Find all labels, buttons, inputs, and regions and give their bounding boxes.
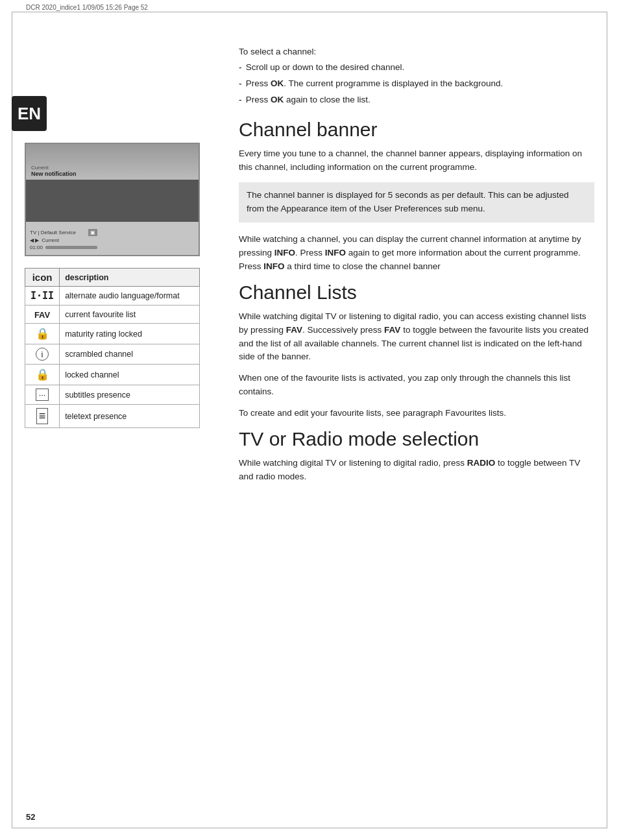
channel-banner-para1: Every time you tune to a channel, the ch… xyxy=(239,147,594,174)
channel-banner-section: Channel banner Every time you tune to a … xyxy=(239,119,594,273)
icon-teletext: ≡ xyxy=(25,405,60,428)
right-column: To select a channel: - Scroll up or down… xyxy=(239,45,594,492)
border-left xyxy=(12,12,12,828)
table-row: 🔒 maturity rating locked xyxy=(25,324,200,344)
border-right xyxy=(607,12,607,828)
channel-banner-para2: While watching a channel, you can displa… xyxy=(239,233,594,274)
tv-screen-mockup: Current New notification TV | Default Se… xyxy=(25,143,200,256)
bullet-text-2: Press OK. The current programme is displ… xyxy=(246,77,504,91)
desc-fav: current favourite list xyxy=(60,306,200,324)
icon-locked: 🔒 xyxy=(25,365,60,385)
tv-screen-top: Current New notification xyxy=(26,144,199,180)
subtitles-icon: ··· xyxy=(36,389,49,401)
channel-lists-title: Channel Lists xyxy=(239,282,594,304)
desc-scrambled: scrambled channel xyxy=(60,344,200,365)
icon-description-table: icon description I·II alternate audio la… xyxy=(25,268,200,428)
tv-bottom-row1: TV | Default Service ▣ xyxy=(30,229,97,236)
bullet-2: - Press OK. The current programme is dis… xyxy=(239,77,594,91)
page-number: 52 xyxy=(26,812,35,822)
desc-maturity: maturity rating locked xyxy=(60,324,200,344)
table-header-desc: description xyxy=(60,269,200,287)
table-row: ≡ teletext presence xyxy=(25,405,200,428)
table-row: i scrambled channel xyxy=(25,344,200,365)
locked-icon: 🔒 xyxy=(36,368,49,381)
desc-subtitles: subtitles presence xyxy=(60,385,200,405)
tv-radio-para1: While watching digital TV or listening t… xyxy=(239,457,594,484)
teletext-icon: ≡ xyxy=(36,408,49,424)
channel-banner-title: Channel banner xyxy=(239,119,594,141)
border-bottom xyxy=(12,828,607,828)
table-row: 🔒 locked channel xyxy=(25,365,200,385)
desc-locked: locked channel xyxy=(60,365,200,385)
icon-fav: FAV xyxy=(25,306,60,324)
table-row: I·II alternate audio language/format xyxy=(25,287,200,306)
desc-teletext: teletext presence xyxy=(60,405,200,428)
tv-bottom-row3: 01:00 xyxy=(30,245,97,250)
bullet-3: - Press OK again to close the list. xyxy=(239,93,594,107)
table-header-icon: icon xyxy=(25,269,60,287)
icon-audio: I·II xyxy=(25,287,60,306)
tv-label-bold: New notification xyxy=(31,171,193,177)
channel-lists-para3: To create and edit your favourite lists,… xyxy=(239,407,594,420)
intro-label: To select a channel: xyxy=(239,45,594,58)
tv-radio-section: TV or Radio mode selection While watchin… xyxy=(239,428,594,484)
tv-icon-small: ▣ xyxy=(88,229,97,236)
tv-time: 01:00 xyxy=(30,245,43,250)
dash-3: - xyxy=(239,93,242,107)
tv-bottom-bar: TV | Default Service ▣ ◀ ▶ Current 01:00 xyxy=(26,222,199,256)
maturity-lock-icon: 🔒 xyxy=(36,328,49,340)
border-top xyxy=(12,12,607,12)
desc-audio: alternate audio language/format xyxy=(60,287,200,306)
en-badge: EN xyxy=(12,96,47,131)
intro-section: To select a channel: - Scroll up or down… xyxy=(239,45,594,107)
table-row: FAV current favourite list xyxy=(25,306,200,324)
dash-1: - xyxy=(239,61,242,75)
bullet-text-3: Press OK again to close the list. xyxy=(246,93,370,107)
note-box: The channel banner is displayed for 5 se… xyxy=(239,182,594,222)
left-column: Current New notification TV | Default Se… xyxy=(25,143,226,428)
tv-bottom-row2: ◀ ▶ Current xyxy=(30,237,97,243)
audio-icon: I·II xyxy=(30,290,54,302)
tv-current-label: Current xyxy=(42,237,59,243)
tv-bottom-left: TV | Default Service ▣ ◀ ▶ Current 01:00 xyxy=(30,229,97,250)
tv-radio-title: TV or Radio mode selection xyxy=(239,428,594,450)
icon-subtitles: ··· xyxy=(25,385,60,405)
channel-lists-para2: When one of the favourite lists is activ… xyxy=(239,372,594,399)
icon-maturity-lock: 🔒 xyxy=(25,324,60,344)
tv-progress-bar xyxy=(45,246,97,249)
tv-screen-dark xyxy=(26,180,199,222)
icon-scrambled: i xyxy=(25,344,60,365)
bullet-text-1: Scroll up or down to the desired channel… xyxy=(246,61,405,75)
table-row: ··· subtitles presence xyxy=(25,385,200,405)
tv-service-label: TV | Default Service xyxy=(30,230,76,235)
bullet-1: - Scroll up or down to the desired chann… xyxy=(239,61,594,75)
channel-lists-section: Channel Lists While watching digital TV … xyxy=(239,282,594,420)
channel-lists-para1: While watching digital TV or listening t… xyxy=(239,310,594,365)
tv-nav-arrows: ◀ ▶ xyxy=(30,237,39,243)
fav-icon: FAV xyxy=(34,310,50,320)
header-line: DCR 2020_indice1 1/09/05 15:26 Page 52 xyxy=(26,4,148,11)
tv-label-small: Current xyxy=(31,165,193,171)
dash-2: - xyxy=(239,77,242,91)
scrambled-icon: i xyxy=(36,348,49,361)
